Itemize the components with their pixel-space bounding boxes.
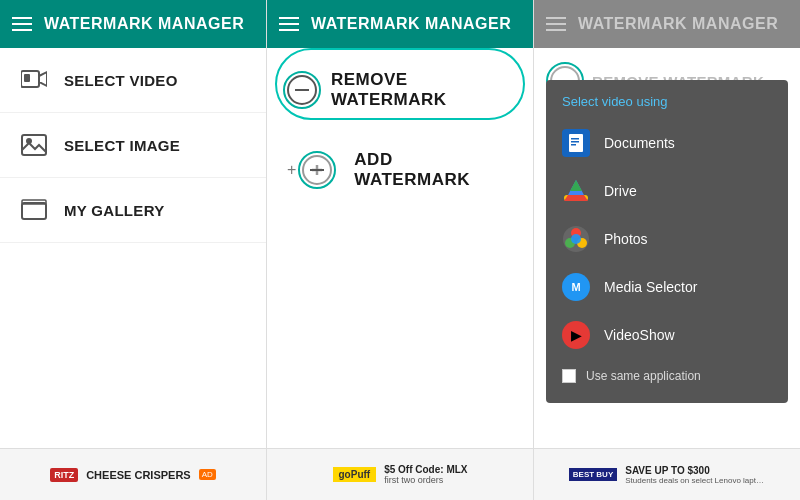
sidebar-item-my-gallery[interactable]: MY GALLERY xyxy=(0,178,266,243)
minus-circle-icon xyxy=(287,75,317,105)
video-icon xyxy=(20,66,48,94)
add-watermark-label: ADD WATERMARK xyxy=(354,150,513,190)
svg-rect-11 xyxy=(571,141,579,143)
remove-watermark-label: REMOVE WATERMARK xyxy=(331,70,513,110)
hamburger-menu-icon[interactable] xyxy=(12,17,32,31)
use-same-app-checkbox[interactable] xyxy=(562,369,576,383)
dropdown-item-media-selector[interactable]: M Media Selector xyxy=(546,263,788,311)
add-watermark-item[interactable]: + ADD WATERMARK xyxy=(267,132,533,212)
dropdown-title: Select video using xyxy=(546,90,788,119)
bestbuy-logo: BEST BUY xyxy=(569,468,617,481)
panel3-ad-banner: BEST BUY SAVE UP TO $300 Students deals … xyxy=(534,448,800,500)
panel-3: WATERMARK MANAGER REMOVE WATERMARK Selec… xyxy=(534,0,800,500)
svg-marker-15 xyxy=(570,180,582,191)
panel2-ad-banner: goPuff $5 Off Code: MLX first two orders xyxy=(267,448,533,500)
ad-text: CHEESE CRISPERS xyxy=(86,469,191,481)
photos-label: Photos xyxy=(604,231,648,247)
videoshow-icon: ▶ xyxy=(562,321,590,349)
panel3-ad-main: SAVE UP TO $300 xyxy=(625,465,765,476)
media-selector-label: Media Selector xyxy=(604,279,697,295)
panel2-ad-main: $5 Off Code: MLX xyxy=(384,464,467,475)
panel3-header: WATERMARK MANAGER xyxy=(534,0,800,48)
panel3-hamburger-icon[interactable] xyxy=(546,17,566,31)
media-selector-icon: M xyxy=(562,273,590,301)
drive-label: Drive xyxy=(604,183,637,199)
dropdown-item-photos[interactable]: Photos xyxy=(546,215,788,263)
svg-point-22 xyxy=(571,234,581,244)
videoshow-label: VideoShow xyxy=(604,327,675,343)
ad-badge: AD xyxy=(199,469,216,480)
panel3-ad-text-block: SAVE UP TO $300 Students deals on select… xyxy=(625,465,765,485)
my-gallery-label: MY GALLERY xyxy=(64,202,165,219)
select-video-dropdown: Select video using Documents xyxy=(546,80,788,403)
panel-1: WATERMARK MANAGER SELECT VIDEO SELECT IM… xyxy=(0,0,267,500)
panel1-ad-content: RITZ CHEESE CRISPERS AD xyxy=(42,468,224,482)
gopuff-logo: goPuff xyxy=(333,467,377,482)
svg-rect-2 xyxy=(24,74,30,82)
svg-rect-5 xyxy=(22,203,46,219)
svg-rect-9 xyxy=(569,134,583,152)
select-image-label: SELECT IMAGE xyxy=(64,137,180,154)
dropdown-item-drive[interactable]: Drive xyxy=(546,167,788,215)
remove-watermark-item[interactable]: REMOVE WATERMARK xyxy=(267,48,533,132)
sidebar-item-select-video[interactable]: SELECT VIDEO xyxy=(0,48,266,113)
panel2-ad-sub: first two orders xyxy=(384,475,467,485)
photos-icon xyxy=(562,225,590,253)
drive-icon xyxy=(562,177,590,205)
panel2-ad-text-block: $5 Off Code: MLX first two orders xyxy=(384,464,467,485)
panel3-ad-sub: Students deals on select Lenovo laptops … xyxy=(625,476,765,485)
panel-2: WATERMARK MANAGER REMOVE WATERMARK + ADD… xyxy=(267,0,534,500)
svg-marker-1 xyxy=(39,72,47,86)
image-icon xyxy=(20,131,48,159)
documents-icon xyxy=(562,129,590,157)
panel3-ad-content: BEST BUY SAVE UP TO $300 Students deals … xyxy=(561,465,773,485)
dropdown-item-documents[interactable]: Documents xyxy=(546,119,788,167)
panel3-title: WATERMARK MANAGER xyxy=(578,15,778,33)
use-same-app-label: Use same application xyxy=(586,369,701,383)
plus-circle-icon xyxy=(302,155,332,185)
svg-rect-10 xyxy=(571,138,579,140)
gallery-icon xyxy=(20,196,48,224)
plus-text: + xyxy=(287,162,296,178)
use-same-app-row[interactable]: Use same application xyxy=(546,359,788,393)
plus-outer: + xyxy=(287,155,332,185)
panel2-hamburger-icon[interactable] xyxy=(279,17,299,31)
ritz-logo: RITZ xyxy=(50,468,78,482)
panel2-ad-content: goPuff $5 Off Code: MLX first two orders xyxy=(325,464,476,485)
select-video-label: SELECT VIDEO xyxy=(64,72,178,89)
dropdown-item-videoshow[interactable]: ▶ VideoShow xyxy=(546,311,788,359)
svg-rect-12 xyxy=(571,144,576,146)
panel2-header: WATERMARK MANAGER xyxy=(267,0,533,48)
panel1-title: WATERMARK MANAGER xyxy=(44,15,244,33)
documents-label: Documents xyxy=(604,135,675,151)
panel1-ad-banner: RITZ CHEESE CRISPERS AD xyxy=(0,448,266,500)
panel2-title: WATERMARK MANAGER xyxy=(311,15,511,33)
sidebar-item-select-image[interactable]: SELECT IMAGE xyxy=(0,113,266,178)
svg-marker-17 xyxy=(564,195,588,201)
panel1-header: WATERMARK MANAGER xyxy=(0,0,266,48)
